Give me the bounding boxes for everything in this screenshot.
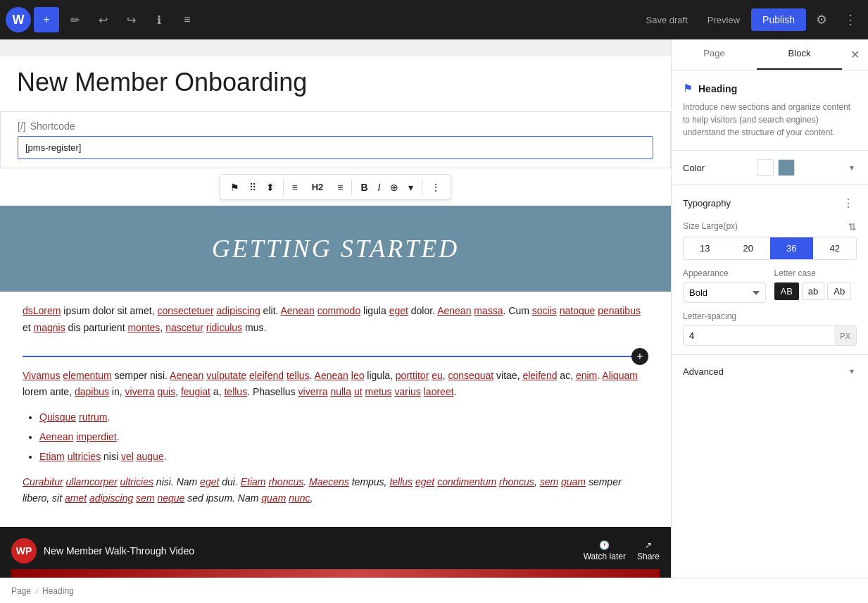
italic-link[interactable]: amet xyxy=(65,492,87,504)
italic-link[interactable]: neque xyxy=(157,492,184,504)
list-link[interactable]: Quisque xyxy=(39,411,76,423)
block-type-button[interactable]: ⚑ xyxy=(226,179,244,196)
share-button[interactable]: ↗ Share xyxy=(637,540,660,561)
h2-button[interactable]: H2 xyxy=(303,178,332,197)
size-slider-button[interactable]: ⇅ xyxy=(848,221,857,232)
content-link[interactable]: massa xyxy=(474,305,503,316)
content-link[interactable]: ridiculus xyxy=(206,322,242,333)
color-swatch-white[interactable] xyxy=(757,159,774,176)
content-link[interactable]: consequat xyxy=(448,370,494,381)
italic-link[interactable]: rhoncus xyxy=(268,476,303,487)
content-link[interactable]: porttitor xyxy=(396,370,429,381)
breadcrumb-page[interactable]: Page xyxy=(11,586,31,596)
lc-btn-capitalize[interactable]: Ab xyxy=(827,282,851,300)
align-button[interactable]: ≡ xyxy=(288,179,302,196)
list-link[interactable]: augue xyxy=(137,451,164,462)
content-link[interactable]: laoreet xyxy=(424,386,454,397)
italic-link[interactable]: ullamcorper xyxy=(65,476,117,487)
more-options-button[interactable]: ⋮ xyxy=(837,7,862,32)
save-draft-button[interactable]: Save draft xyxy=(638,11,696,30)
size-btn-20[interactable]: 20 xyxy=(727,237,770,259)
content-link[interactable]: Aenean xyxy=(315,370,348,381)
lc-btn-lowercase[interactable]: ab xyxy=(802,282,824,300)
tab-block[interactable]: Block xyxy=(757,39,842,70)
tab-page[interactable]: Page xyxy=(672,39,757,70)
lc-btn-uppercase[interactable]: AB xyxy=(774,282,799,300)
content-link[interactable]: eleifend xyxy=(522,370,557,381)
content-link[interactable]: nascetur xyxy=(165,322,203,333)
italic-link[interactable]: eget xyxy=(415,476,434,487)
text-align-button[interactable]: ≡ xyxy=(333,179,347,196)
list-link[interactable]: Aenean xyxy=(39,431,73,442)
content-link[interactable]: quis xyxy=(157,386,175,397)
add-block-button[interactable]: + xyxy=(34,7,59,32)
color-chevron[interactable]: ▾ xyxy=(847,160,857,175)
content-link[interactable]: Aenean xyxy=(281,305,315,316)
content-link[interactable]: Vivamus xyxy=(23,370,60,381)
settings-button[interactable]: ⚙ xyxy=(809,7,834,32)
edit-tool-button[interactable]: ✏ xyxy=(62,7,87,32)
content-link[interactable]: nulla xyxy=(330,386,351,397)
video-thumbnail[interactable]: WholesalingPartners Home Blog Local Meet… xyxy=(11,569,660,578)
advanced-chevron[interactable]: ▾ xyxy=(847,363,857,379)
add-block-inline-button[interactable]: + xyxy=(631,348,648,365)
italic-link[interactable]: quam xyxy=(261,492,286,504)
content-link[interactable]: commodo xyxy=(317,305,360,316)
link-button[interactable]: ⊕ xyxy=(386,179,403,196)
shortcode-input[interactable] xyxy=(18,136,653,159)
more-rich-text-button[interactable]: ▾ xyxy=(404,179,417,196)
size-btn-13[interactable]: 13 xyxy=(684,237,727,259)
breadcrumb-heading[interactable]: Heading xyxy=(42,586,74,596)
list-link[interactable]: vel xyxy=(121,451,134,462)
italic-link[interactable]: adipiscing xyxy=(89,492,133,504)
content-link[interactable]: natoque xyxy=(560,305,596,316)
page-title[interactable]: New Member Onboarding xyxy=(0,56,671,108)
move-button[interactable]: ⬍ xyxy=(262,179,279,196)
list-link[interactable]: Etiam xyxy=(39,451,65,462)
size-btn-36[interactable]: 36 xyxy=(770,237,813,259)
content-link[interactable]: eu xyxy=(432,370,443,381)
content-link[interactable]: varius xyxy=(395,386,421,397)
content-link[interactable]: magnis xyxy=(34,322,65,333)
content-link[interactable]: tellus xyxy=(224,386,247,397)
content-link[interactable]: montes xyxy=(127,322,160,333)
italic-button[interactable]: I xyxy=(374,179,385,196)
content-link[interactable]: feugiat xyxy=(181,386,210,397)
content-link[interactable]: sociis xyxy=(532,305,557,316)
preview-button[interactable]: Preview xyxy=(699,11,748,30)
content-link[interactable]: ut xyxy=(354,386,363,397)
content-link[interactable]: metus xyxy=(365,386,391,397)
content-link[interactable]: penatibus xyxy=(598,305,641,316)
list-link[interactable]: rutrum xyxy=(79,411,107,423)
content-link[interactable]: elementum xyxy=(63,370,111,381)
appearance-select[interactable]: Bold Normal Italic xyxy=(683,282,766,303)
italic-link[interactable]: sem xyxy=(540,476,558,487)
drag-button[interactable]: ⠿ xyxy=(245,179,260,196)
wp-logo[interactable]: W xyxy=(6,7,31,32)
content-link[interactable]: adipiscing xyxy=(216,305,260,316)
italic-link[interactable]: Maecens xyxy=(309,476,349,487)
undo-button[interactable]: ↩ xyxy=(90,7,115,32)
italic-link[interactable]: quam xyxy=(561,476,586,487)
content-link[interactable]: eget xyxy=(389,305,408,316)
content-link[interactable]: vulputate xyxy=(206,370,246,381)
list-link[interactable]: imperdiet xyxy=(76,431,117,442)
content-link[interactable]: viverra xyxy=(298,386,328,397)
letter-spacing-input[interactable] xyxy=(684,326,834,345)
content-link[interactable]: Aenean xyxy=(170,370,203,381)
content-link[interactable]: eleifend xyxy=(249,370,284,381)
list-view-button[interactable]: ≡ xyxy=(175,7,200,32)
size-btn-42[interactable]: 42 xyxy=(814,237,857,259)
info-button[interactable]: ℹ xyxy=(146,7,172,32)
italic-link[interactable]: eget xyxy=(200,476,219,487)
sidebar-close-button[interactable]: ✕ xyxy=(842,39,868,70)
block-options-button[interactable]: ⋮ xyxy=(427,179,445,196)
italic-link[interactable]: nunc xyxy=(289,492,310,504)
list-link[interactable]: ultricies xyxy=(68,451,101,462)
content-link[interactable]: viverra xyxy=(125,386,155,397)
italic-link[interactable]: ultricies xyxy=(120,476,153,487)
typography-options-button[interactable]: ⋮ xyxy=(840,194,857,213)
publish-button[interactable]: Publish xyxy=(751,8,806,31)
content-link[interactable]: Aenean xyxy=(437,305,471,316)
bold-button[interactable]: B xyxy=(356,179,372,196)
